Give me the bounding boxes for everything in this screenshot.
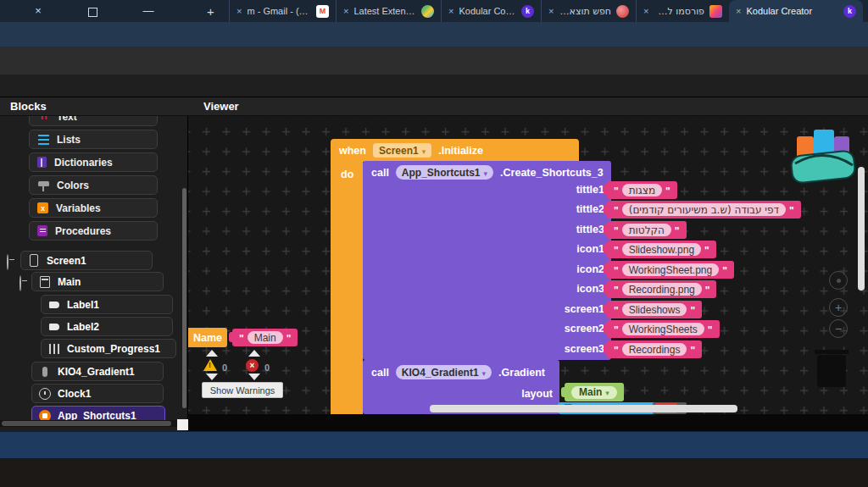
palette-item-dictionaries[interactable]: Dictionaries bbox=[29, 152, 158, 172]
tab-title: Kodular Community - M bbox=[459, 6, 516, 16]
canvas-horizontal-scrollbar[interactable] bbox=[430, 405, 737, 412]
component-block-main[interactable]: Main bbox=[565, 383, 624, 401]
browser-toolbar: ⋮ n S oo ☆ creator.kodular.io /#56190076… bbox=[0, 22, 868, 47]
tree-label: Custom_Progress1 bbox=[67, 343, 160, 355]
component-dropdown[interactable]: KIO4_Gradient1 bbox=[396, 365, 492, 379]
stray-name-block[interactable]: Name bbox=[188, 328, 227, 347]
palette-item-colors[interactable]: Colors bbox=[29, 175, 158, 195]
window-restore-icon[interactable] bbox=[88, 8, 97, 17]
tree-item-label1[interactable]: Label1 bbox=[41, 295, 173, 314]
tab-close-icon[interactable]: × bbox=[548, 6, 554, 16]
tree-item-screen1[interactable]: Screen1 bbox=[20, 251, 153, 270]
quote-mark bbox=[614, 322, 619, 337]
tab-close-icon[interactable]: × bbox=[343, 6, 348, 16]
variables-icon: x bbox=[37, 202, 48, 213]
tree-item-label2[interactable]: Label2 bbox=[41, 317, 173, 336]
browser-tab-community[interactable]: × Kodular Community - M k bbox=[441, 0, 541, 22]
tab-close-icon[interactable]: × bbox=[736, 6, 741, 16]
scrollbar-corner bbox=[177, 419, 189, 430]
text-block[interactable]: Recording.png bbox=[607, 280, 716, 298]
browser-tab-creator-active[interactable]: × Kodular Creator k bbox=[729, 0, 863, 22]
text-value: הקלטות bbox=[622, 224, 671, 236]
when-keyword: when bbox=[339, 145, 366, 157]
blocks-canvas[interactable]: when Screen1 .Initialize do call App_Sho… bbox=[188, 116, 868, 414]
panel-header-strip: Blocks Viewer bbox=[0, 97, 868, 116]
text-block[interactable]: Slideshows bbox=[607, 301, 702, 318]
gift-bag-illustration bbox=[790, 126, 860, 185]
warning-triangle-icon[interactable] bbox=[203, 359, 217, 371]
sidebar-horizontal-scrollbar[interactable] bbox=[2, 421, 171, 426]
tree-item-main[interactable]: Main bbox=[31, 272, 164, 291]
red-avatar-icon bbox=[616, 5, 629, 18]
zoom-in-icon[interactable]: + bbox=[829, 298, 848, 317]
kodular-icon: k bbox=[843, 5, 856, 18]
tree-item-kio4-gradient1[interactable]: KIO4_Gradient1 bbox=[31, 362, 164, 381]
tree-item-clock1[interactable]: Clock1 bbox=[31, 384, 164, 403]
call-shortcuts-block[interactable]: call App_Shortcuts1 .Create_Shortcuts_3 … bbox=[363, 161, 611, 360]
trash-icon[interactable] bbox=[817, 355, 846, 387]
tree-label: KIO4_Gradient1 bbox=[58, 366, 135, 378]
quote-mark bbox=[704, 242, 709, 257]
globe-icon bbox=[421, 5, 434, 18]
tree-item-custom-progress1[interactable]: Custom_Progress1 bbox=[41, 339, 176, 358]
text-block[interactable]: דפי עבודה (ש.ב משיעורים קודמים) bbox=[607, 201, 801, 219]
text-block[interactable]: מצגות bbox=[607, 181, 677, 199]
browser-tab-extensions[interactable]: × Latest Extensions topics bbox=[336, 0, 441, 22]
kodular-header: k Creator Project Test Export Help $ bbox=[0, 47, 868, 75]
browser-tab-strip: × — + × m - Gmail - (ללא נושא) M × Lates… bbox=[0, 0, 868, 22]
error-circle-icon[interactable]: × bbox=[246, 359, 259, 372]
windows-taskbar: 12 13:55 29/07/2020 ENG N X P W bbox=[0, 458, 868, 487]
event-name: .Initialize bbox=[438, 145, 483, 157]
text-block[interactable]: הקלטות bbox=[607, 221, 687, 239]
quote-mark bbox=[690, 302, 695, 318]
sidebar-vertical-scrollbar[interactable] bbox=[182, 188, 186, 408]
browser-tab-latest[interactable]: × פורסמו לאחרונה nsions bbox=[636, 0, 729, 22]
component-dropdown[interactable]: Screen1 bbox=[373, 143, 431, 158]
tab-close-icon[interactable]: × bbox=[448, 6, 453, 16]
layout-icon bbox=[40, 276, 50, 288]
component-dropdown[interactable]: App_Shortcuts1 bbox=[396, 165, 493, 180]
when-block-do-column[interactable]: do bbox=[331, 162, 363, 414]
text-block[interactable]: Slideshow.png bbox=[607, 241, 716, 258]
tab-close-icon[interactable]: × bbox=[643, 6, 648, 16]
show-warnings-button[interactable]: Show Warnings bbox=[202, 382, 283, 398]
collapse-down-arrow-icon[interactable] bbox=[206, 374, 218, 380]
browser-tab-gmail[interactable]: × m - Gmail - (ללא נושא) M bbox=[229, 0, 336, 22]
zoom-out-icon[interactable]: − bbox=[829, 319, 848, 338]
text-block[interactable]: WorkingSheet.png bbox=[607, 261, 734, 279]
canvas-vertical-scrollbar[interactable] bbox=[858, 167, 865, 291]
tab-title: חפש תוצאות עבור 'unity bbox=[559, 6, 611, 17]
collapse-up-arrow-icon[interactable] bbox=[206, 350, 218, 357]
quote-mark bbox=[665, 183, 670, 198]
component-name: App_Shortcuts1 bbox=[402, 167, 481, 179]
quote-mark bbox=[614, 263, 619, 278]
collapse-icon[interactable] bbox=[19, 275, 21, 291]
screen: × — + × m - Gmail - (ללא נושא) M × Lates… bbox=[0, 0, 868, 487]
palette-item-lists[interactable]: Lists bbox=[29, 130, 158, 149]
text-value: דפי עבודה (ש.ב משיעורים קודמים) bbox=[622, 203, 786, 216]
quote-mark bbox=[614, 342, 619, 357]
text-value: WorkingSheet.png bbox=[622, 263, 720, 276]
when-block-header[interactable]: when Screen1 .Initialize bbox=[331, 139, 579, 162]
palette-item-procedures[interactable]: Procedures bbox=[29, 221, 158, 241]
browser-tab-search[interactable]: × חפש תוצאות עבור 'unity bbox=[541, 0, 636, 22]
collapse-up-arrow-icon[interactable] bbox=[248, 350, 260, 357]
text-block[interactable]: WorkingSheets bbox=[607, 320, 720, 338]
gmail-icon: M bbox=[316, 5, 329, 18]
param-name: tittle1 bbox=[576, 181, 604, 199]
tab-close-icon[interactable]: × bbox=[236, 6, 242, 16]
quote-mark bbox=[675, 223, 680, 238]
palette-item-variables[interactable]: x Variables bbox=[29, 198, 158, 218]
center-blocks-icon[interactable] bbox=[829, 271, 848, 290]
text-block[interactable]: Recordings bbox=[607, 340, 702, 358]
new-tab-button[interactable]: + bbox=[207, 4, 214, 19]
clock-icon bbox=[39, 388, 51, 400]
window-close-icon[interactable]: × bbox=[32, 5, 44, 17]
collapse-icon[interactable] bbox=[7, 254, 8, 270]
quote-mark bbox=[614, 202, 619, 218]
show-warnings-label: Show Warnings bbox=[210, 385, 275, 396]
window-minimize-icon[interactable]: — bbox=[142, 5, 154, 17]
collapse-down-arrow-icon[interactable] bbox=[248, 374, 260, 380]
text-block[interactable]: Main bbox=[232, 329, 298, 346]
dictionaries-icon bbox=[37, 157, 47, 168]
